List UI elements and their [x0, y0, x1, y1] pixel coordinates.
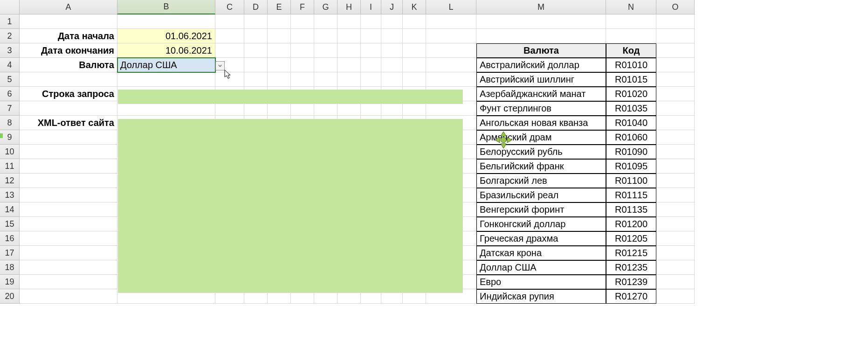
cell-O11[interactable] — [656, 159, 695, 174]
cell-O2[interactable] — [656, 29, 695, 43]
cell-J2[interactable] — [381, 29, 403, 43]
cell-D1[interactable] — [244, 14, 268, 29]
cell-J4[interactable] — [381, 58, 403, 72]
cell-A18[interactable] — [20, 260, 117, 275]
cell-C2[interactable] — [215, 29, 244, 43]
cell-C3[interactable] — [215, 43, 244, 58]
table-row[interactable]: R01115 — [606, 188, 656, 202]
cell-E3[interactable] — [268, 43, 291, 58]
cell-A20[interactable] — [20, 289, 117, 304]
cell-O20[interactable] — [656, 289, 695, 304]
cell-B1[interactable] — [117, 14, 215, 29]
col-header-A[interactable]: A — [20, 0, 117, 14]
cell-L1[interactable] — [426, 14, 476, 29]
cell-F3[interactable] — [291, 43, 314, 58]
table-row[interactable]: R01205 — [606, 231, 656, 246]
cell-K2[interactable] — [403, 29, 426, 43]
cell-L3[interactable] — [426, 43, 476, 58]
cell-F4[interactable] — [291, 58, 314, 72]
col-header-L[interactable]: L — [426, 0, 476, 14]
cell-A7[interactable] — [20, 101, 117, 116]
cell-H5[interactable] — [338, 72, 361, 87]
cell-O4[interactable] — [656, 58, 695, 72]
table-row[interactable]: R01090 — [606, 145, 656, 159]
data-validation-dropdown-button[interactable] — [215, 61, 225, 70]
cell-A10[interactable] — [20, 145, 117, 159]
row-header-3[interactable]: 3 — [0, 43, 20, 58]
cell-E2[interactable] — [268, 29, 291, 43]
table-row[interactable]: Австрийский шиллинг — [476, 72, 606, 87]
cell-O10[interactable] — [656, 145, 695, 159]
row-header-9[interactable]: 9 — [0, 130, 20, 145]
cell-L2[interactable] — [426, 29, 476, 43]
cell-J5[interactable] — [381, 72, 403, 87]
table-row[interactable]: Австралийский доллар — [476, 58, 606, 72]
cell-A4[interactable]: Валюта — [20, 58, 117, 72]
cell-O8[interactable] — [656, 116, 695, 130]
cell-N2[interactable] — [606, 29, 656, 43]
row-header-20[interactable]: 20 — [0, 289, 20, 304]
table-row[interactable]: R01060 — [606, 130, 656, 145]
table-row[interactable]: Венгерский форинт — [476, 202, 606, 217]
table-row[interactable]: Ангольская новая кванза — [476, 116, 606, 130]
cell-A2[interactable]: Дата начала — [20, 29, 117, 43]
cell-O18[interactable] — [656, 260, 695, 275]
row-header-19[interactable]: 19 — [0, 275, 20, 289]
cell-O14[interactable] — [656, 202, 695, 217]
cell-B5[interactable] — [117, 72, 215, 87]
cell-G1[interactable] — [314, 14, 338, 29]
table-row[interactable]: R01015 — [606, 72, 656, 87]
row-header-17[interactable]: 17 — [0, 246, 20, 260]
row-header-13[interactable]: 13 — [0, 188, 20, 202]
cell-N3[interactable]: Код — [606, 43, 656, 58]
col-header-J[interactable]: J — [381, 0, 403, 14]
cell-A15[interactable] — [20, 217, 117, 231]
select-all-corner[interactable] — [0, 0, 20, 14]
table-row[interactable]: Армянский драм — [476, 130, 606, 145]
row-header-16[interactable]: 16 — [0, 231, 20, 246]
table-row[interactable]: R01010 — [606, 58, 656, 72]
cell-O5[interactable] — [656, 72, 695, 87]
col-header-M[interactable]: M — [476, 0, 606, 14]
table-row[interactable]: R01235 — [606, 260, 656, 275]
table-row[interactable]: Греческая драхма — [476, 231, 606, 246]
table-row[interactable]: R01200 — [606, 217, 656, 231]
table-row[interactable]: Евро — [476, 275, 606, 289]
cell-A8[interactable]: XML-ответ сайта — [20, 116, 117, 130]
table-row[interactable]: Индийская рупия — [476, 289, 606, 304]
table-row[interactable]: R01135 — [606, 202, 656, 217]
col-header-C[interactable]: C — [215, 0, 244, 14]
table-row[interactable]: R01270 — [606, 289, 656, 304]
row-header-2[interactable]: 2 — [0, 29, 20, 43]
cell-C5[interactable] — [215, 72, 244, 87]
table-row[interactable]: R01100 — [606, 174, 656, 188]
cell-L4[interactable] — [426, 58, 476, 72]
cell-I3[interactable] — [361, 43, 381, 58]
table-row[interactable]: R01020 — [606, 87, 656, 101]
table-row[interactable]: Болгарский лев — [476, 174, 606, 188]
cell-D4[interactable] — [244, 58, 268, 72]
cell-K1[interactable] — [403, 14, 426, 29]
cell-H3[interactable] — [338, 43, 361, 58]
table-row[interactable]: R01215 — [606, 246, 656, 260]
row-header-10[interactable]: 10 — [0, 145, 20, 159]
cell-M3[interactable]: Валюта — [476, 43, 606, 58]
table-row[interactable]: Датская крона — [476, 246, 606, 260]
cell-A12[interactable] — [20, 174, 117, 188]
table-row[interactable]: R01095 — [606, 159, 656, 174]
cell-L5[interactable] — [426, 72, 476, 87]
table-row[interactable]: Бельгийский франк — [476, 159, 606, 174]
col-header-O[interactable]: O — [656, 0, 695, 14]
cell-O13[interactable] — [656, 188, 695, 202]
cell-A5[interactable] — [20, 72, 117, 87]
cell-B2[interactable]: 01.06.2021 — [117, 29, 215, 43]
cell-J3[interactable] — [381, 43, 403, 58]
cell-C1[interactable] — [215, 14, 244, 29]
cell-A13[interactable] — [20, 188, 117, 202]
col-header-B[interactable]: B — [117, 0, 215, 14]
table-row[interactable]: Бразильский реал — [476, 188, 606, 202]
table-row[interactable]: R01035 — [606, 101, 656, 116]
cell-I4[interactable] — [361, 58, 381, 72]
table-row[interactable]: Азербайджанский манат — [476, 87, 606, 101]
cell-A9[interactable] — [20, 130, 117, 145]
